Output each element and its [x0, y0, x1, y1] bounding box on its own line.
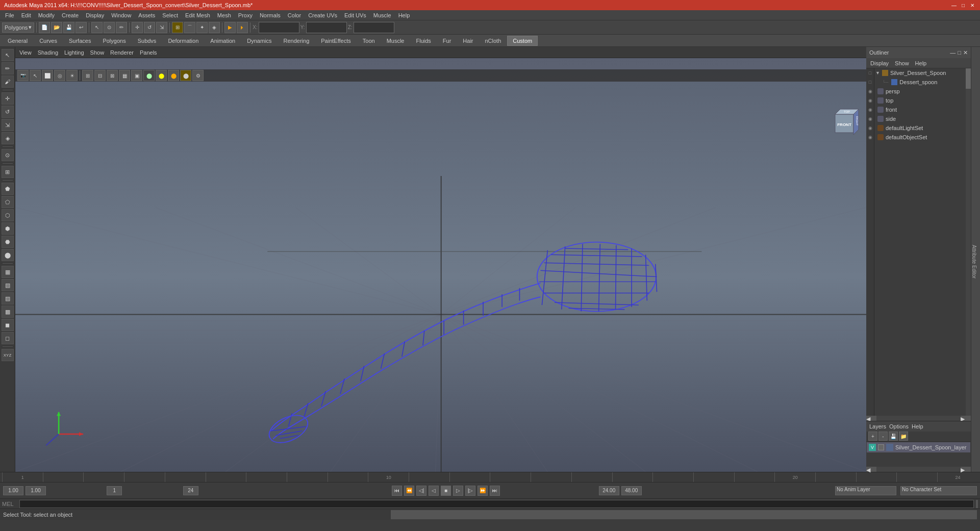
layer3-lt[interactable]: ▨ [2, 292, 14, 305]
selection-tool-button[interactable]: ↖ [2, 49, 14, 61]
tab-painteffects[interactable]: PaintEffects [315, 36, 357, 46]
outliner-menu-show[interactable]: Show [893, 59, 911, 67]
vis-icon-4[interactable]: ◉ [866, 96, 874, 105]
layers-scroll-right[interactable]: ▶ [961, 467, 971, 472]
vp-btn9[interactable]: ⬤ [180, 70, 191, 81]
tab-muscle[interactable]: Muscle [381, 36, 410, 46]
pb-go-start[interactable]: ⏮ [392, 486, 402, 496]
layer6-lt[interactable]: ◻ [2, 332, 14, 344]
pb-next-key[interactable]: |▷ [465, 486, 475, 496]
x-input[interactable] [259, 22, 299, 33]
menu-file[interactable]: File [2, 11, 17, 19]
vis-icon-7[interactable]: ◉ [866, 123, 874, 133]
tab-custom[interactable]: Custom [507, 36, 538, 46]
menu-modify[interactable]: Modify [35, 11, 58, 19]
menu-proxy[interactable]: Proxy [235, 11, 256, 19]
move-tool-button[interactable]: ✛ [132, 22, 143, 33]
sculpt2-lt[interactable]: ⬠ [2, 196, 14, 208]
outliner-maximize[interactable]: □ [958, 49, 961, 56]
layers-save-btn[interactable]: 💾 [889, 432, 898, 441]
soft-select-lt[interactable]: ⊙ [2, 149, 14, 161]
sculpt3-lt[interactable]: ⬡ [2, 209, 14, 221]
minimize-button[interactable]: — [950, 2, 958, 9]
pb-play-back[interactable]: ◁ [429, 486, 439, 496]
sculpt5-lt[interactable]: ⬣ [2, 236, 14, 248]
vp-menu-renderer[interactable]: Renderer [108, 48, 136, 57]
vp-btn2[interactable]: ⊟ [94, 70, 106, 81]
xyz-lt[interactable]: XYZ [2, 349, 14, 361]
menu-create[interactable]: Create [59, 11, 82, 19]
vp-btn1[interactable]: ⊞ [82, 70, 93, 81]
start-frame-input[interactable] [3, 486, 23, 495]
universal-manip-lt[interactable]: ◈ [2, 132, 14, 144]
tab-rendering[interactable]: Rendering [278, 36, 315, 46]
outliner-scroll-right[interactable]: ▶ [961, 416, 971, 421]
outliner-scrollbar-v[interactable] [966, 68, 971, 416]
pb-stop[interactable]: ■ [441, 486, 451, 496]
vp-btn8[interactable]: ⬤ [168, 70, 179, 81]
outliner-item-defaultobjectset[interactable]: defaultObjectSet [874, 133, 966, 142]
mel-input[interactable] [19, 500, 974, 508]
menu-normals[interactable]: Normals [257, 11, 284, 19]
current-frame-input[interactable] [26, 486, 46, 495]
vp-btn5[interactable]: ▣ [131, 70, 142, 81]
menu-mesh[interactable]: Mesh [214, 11, 234, 19]
sculpt4-lt[interactable]: ⬢ [2, 222, 14, 235]
vp-wireframe-button[interactable]: ⬜ [42, 70, 53, 81]
rotate-tool-button[interactable]: ↺ [144, 22, 155, 33]
ipr-render-button[interactable]: ⏵ [237, 22, 248, 33]
layers-scrollbar-h[interactable]: ◀ ▶ [866, 467, 971, 472]
end-frame-input[interactable] [183, 486, 198, 495]
vp-select-button[interactable]: ↖ [30, 70, 41, 81]
anim-layer-dropdown[interactable]: No Anim Layer [835, 486, 896, 495]
tab-polygons[interactable]: Polygons [97, 36, 131, 46]
viewport-3d[interactable]: 📷 ↖ ⬜ ◎ ☀ ⊞ ⊟ ⊠ ▦ ▣ ⬤ ⬤ ⬤ ⬤ ⚙ [15, 58, 866, 472]
layer-lt[interactable]: ▦ [2, 266, 14, 278]
tab-animation[interactable]: Animation [205, 36, 241, 46]
vp-camera-button[interactable]: 📷 [17, 70, 29, 81]
menu-help[interactable]: Help [395, 11, 413, 19]
outliner-scroll-track[interactable] [876, 416, 961, 421]
layer2-lt[interactable]: ▧ [2, 279, 14, 291]
move-tool-lt[interactable]: ✛ [2, 92, 14, 105]
new-scene-button[interactable]: 📄 [39, 22, 50, 33]
outliner-item-silver-dessert-spoon[interactable]: ▼ Silver_Dessert_Spoon [874, 68, 966, 78]
menu-color[interactable]: Color [285, 11, 304, 19]
tab-deformation[interactable]: Deformation [162, 36, 204, 46]
layers-delete-btn[interactable]: - [878, 432, 888, 441]
vis-icon-6[interactable]: ◉ [866, 114, 874, 123]
layer-render-check[interactable] [878, 444, 884, 450]
vis-icon-5[interactable]: ◉ [866, 105, 874, 114]
character-set-dropdown[interactable]: No Character Set [900, 486, 977, 495]
layer5-lt[interactable]: ◼ [2, 319, 14, 331]
outliner-minimize[interactable]: — [950, 49, 956, 56]
vis-icon-2[interactable]: □ [866, 78, 874, 87]
vp-btn10[interactable]: ⚙ [192, 70, 204, 81]
maximize-button[interactable]: □ [960, 2, 967, 9]
layers-folder-btn[interactable]: 📁 [899, 432, 908, 441]
layers-tab-layers[interactable]: Layers [869, 423, 886, 429]
tab-curves[interactable]: Curves [34, 36, 63, 46]
paint-select-button[interactable]: ✏ [116, 22, 127, 33]
outliner-item-side[interactable]: side [874, 114, 966, 123]
frame-input[interactable] [107, 486, 122, 495]
tab-ncloth[interactable]: nCloth [480, 36, 507, 46]
pb-play-forward[interactable]: ▷ [453, 486, 463, 496]
outliner-scrollbar-thumb[interactable] [966, 68, 971, 89]
pb-go-end[interactable]: ⏭ [490, 486, 500, 496]
outliner-item-front[interactable]: front [874, 105, 966, 114]
tab-general[interactable]: General [2, 36, 33, 46]
z-input[interactable] [354, 22, 394, 33]
layer-item-silver-dessert-spoon[interactable]: V Silver_Dessert_Spoon_layer [867, 442, 970, 452]
layers-scroll-left[interactable]: ◀ [866, 467, 876, 472]
sculpt6-lt[interactable]: ⬤ [2, 249, 14, 261]
pb-step-back[interactable]: ⏪ [404, 486, 414, 496]
lasso-select-button[interactable]: ⊙ [104, 22, 115, 33]
outliner-scrollbar-h[interactable]: ◀ ▶ [866, 416, 971, 421]
menu-muscle[interactable]: Muscle [370, 11, 394, 19]
menu-edit-uvs[interactable]: Edit UVs [341, 11, 369, 19]
vp-btn4[interactable]: ▦ [119, 70, 130, 81]
sculpt-lt[interactable]: ⬟ [2, 183, 14, 195]
outliner-item-dessert-spoon[interactable]: └─ Dessert_spoon [874, 78, 966, 87]
layers-tab-options[interactable]: Options [889, 423, 909, 429]
